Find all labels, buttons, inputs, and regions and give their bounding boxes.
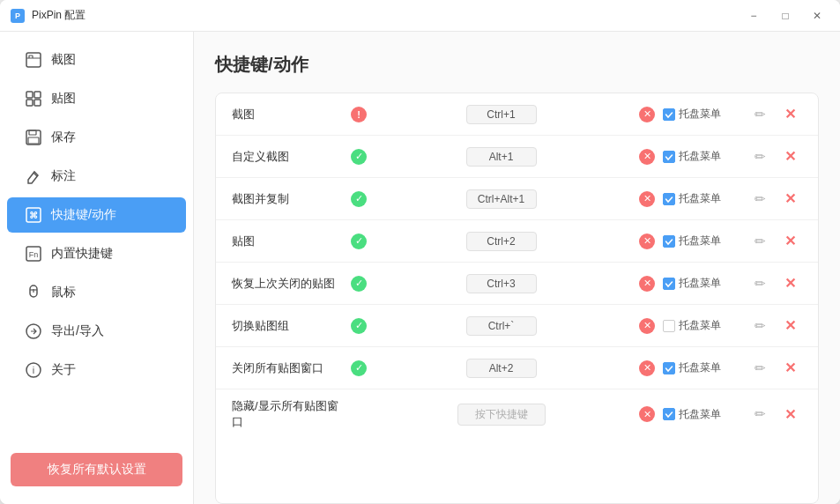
edit-button[interactable]: ✏ <box>747 360 772 376</box>
sidebar-item-about[interactable]: i 关于 <box>7 352 186 388</box>
sidebar-item-shortcuts[interactable]: ⌘ 快捷键/动作 <box>7 197 186 233</box>
maximize-button[interactable]: □ <box>773 7 798 25</box>
shortcut-status: ✓ <box>346 360 371 376</box>
sticker-icon <box>25 90 42 107</box>
sidebar-item-builtin[interactable]: Fn 内置快捷键 <box>7 236 186 271</box>
edit-button[interactable]: ✏ <box>747 276 772 292</box>
delete-icon[interactable]: ✕ <box>784 233 796 249</box>
delete-button[interactable]: ✕ <box>777 275 802 292</box>
shortcut-row: 隐藏/显示所有贴图窗口按下快捷键✕ 托盘菜单 ✏✕ <box>216 389 818 439</box>
sidebar-item-screenshot[interactable]: 截图 <box>7 42 186 78</box>
shortcuts-icon: ⌘ <box>25 206 42 224</box>
delete-button[interactable]: ✕ <box>777 106 802 122</box>
close-button[interactable]: ✕ <box>805 7 829 25</box>
pencil-icon[interactable]: ✏ <box>755 233 766 249</box>
shortcut-name: 贴图 <box>232 233 346 249</box>
pencil-icon[interactable]: ✏ <box>755 276 766 292</box>
delete-icon[interactable]: ✕ <box>784 148 796 165</box>
tray-checkbox[interactable] <box>663 362 675 374</box>
tray-checkbox[interactable] <box>663 320 675 332</box>
shortcut-row: 切换贴图组✓Ctrl+`✕ 托盘菜单 ✏✕ <box>216 305 818 347</box>
restore-defaults-button[interactable]: 恢复所有默认设置 <box>11 453 182 486</box>
shortcut-clear[interactable]: ✕ <box>635 191 659 207</box>
tray-checkbox[interactable] <box>663 235 675 248</box>
tray-checkbox[interactable] <box>663 408 675 420</box>
shortcut-clear[interactable]: ✕ <box>635 107 659 122</box>
pencil-icon[interactable]: ✏ <box>755 107 766 122</box>
delete-icon[interactable]: ✕ <box>784 406 796 423</box>
delete-icon[interactable]: ✕ <box>784 190 796 207</box>
clear-icon[interactable]: ✕ <box>639 107 655 122</box>
sidebar-item-export[interactable]: 导出/导入 <box>7 314 186 349</box>
shortcut-clear[interactable]: ✕ <box>635 360 659 376</box>
key-badge: Alt+2 <box>466 359 537 378</box>
delete-button[interactable]: ✕ <box>777 406 802 423</box>
delete-icon[interactable]: ✕ <box>784 317 796 334</box>
tray-checkbox[interactable] <box>663 278 675 290</box>
svg-rect-1 <box>29 56 33 58</box>
tray-label: 托盘菜单 <box>679 407 721 422</box>
clear-icon[interactable]: ✕ <box>639 406 655 422</box>
edit-button[interactable]: ✏ <box>747 233 772 249</box>
pencil-icon[interactable]: ✏ <box>755 318 766 334</box>
pencil-icon[interactable]: ✏ <box>755 406 766 422</box>
clear-icon[interactable]: ✕ <box>639 233 655 249</box>
sidebar-label-save: 保存 <box>51 130 76 145</box>
edit-button[interactable]: ✏ <box>747 107 772 122</box>
svg-rect-10 <box>28 137 39 144</box>
tray-checkbox[interactable] <box>663 193 675 205</box>
content-area: 截图 贴图 <box>0 32 840 504</box>
delete-button[interactable]: ✕ <box>777 317 802 334</box>
pencil-icon[interactable]: ✏ <box>755 360 766 376</box>
pencil-icon[interactable]: ✏ <box>755 149 766 165</box>
delete-button[interactable]: ✕ <box>777 359 802 376</box>
tray-column: 托盘菜单 <box>663 233 742 248</box>
shortcut-name: 自定义截图 <box>232 149 346 165</box>
shortcut-status: ✓ <box>346 276 371 292</box>
clear-icon[interactable]: ✕ <box>639 149 655 165</box>
delete-icon[interactable]: ✕ <box>784 359 796 376</box>
edit-button[interactable]: ✏ <box>747 318 772 334</box>
tray-column: 托盘菜单 <box>663 191 742 206</box>
delete-button[interactable]: ✕ <box>777 233 802 249</box>
shortcut-clear[interactable]: ✕ <box>635 149 659 165</box>
sidebar-item-save[interactable]: 保存 <box>7 120 186 155</box>
sidebar-item-annotate[interactable]: 标注 <box>7 159 186 194</box>
edit-button[interactable]: ✏ <box>747 406 772 422</box>
key-input-placeholder[interactable]: 按下快捷键 <box>457 404 546 426</box>
delete-icon[interactable]: ✕ <box>784 106 796 122</box>
shortcut-clear[interactable]: ✕ <box>635 276 659 292</box>
shortcut-row: 贴图✓Ctrl+2✕ 托盘菜单 ✏✕ <box>216 220 818 263</box>
delete-icon[interactable]: ✕ <box>784 275 796 292</box>
shortcut-key: Ctrl+` <box>371 316 631 336</box>
sidebar-item-mouse[interactable]: 鼠标 <box>7 275 186 310</box>
pencil-icon[interactable]: ✏ <box>755 191 766 207</box>
edit-button[interactable]: ✏ <box>747 149 772 165</box>
shortcut-key: Alt+2 <box>371 359 631 378</box>
sidebar-label-shortcuts: 快捷键/动作 <box>51 207 116 223</box>
sidebar-label-export: 导出/导入 <box>51 323 104 339</box>
clear-icon[interactable]: ✕ <box>639 360 655 376</box>
clear-icon[interactable]: ✕ <box>639 276 655 292</box>
shortcut-key: Ctrl+2 <box>371 232 631 251</box>
shortcut-clear[interactable]: ✕ <box>635 406 659 422</box>
tray-column: 托盘菜单 <box>663 407 742 422</box>
shortcut-clear[interactable]: ✕ <box>635 233 659 249</box>
clear-icon[interactable]: ✕ <box>639 191 655 207</box>
delete-button[interactable]: ✕ <box>777 148 802 165</box>
shortcut-clear[interactable]: ✕ <box>635 318 659 334</box>
svg-rect-0 <box>26 53 41 67</box>
minimize-button[interactable]: − <box>741 7 766 25</box>
clear-icon[interactable]: ✕ <box>639 318 655 334</box>
delete-button[interactable]: ✕ <box>777 190 802 207</box>
tray-column: 托盘菜单 <box>663 107 742 122</box>
tray-checkbox[interactable] <box>663 108 675 121</box>
tray-checkbox[interactable] <box>663 151 675 163</box>
export-icon <box>25 322 42 340</box>
app-logo: P <box>11 9 25 23</box>
edit-button[interactable]: ✏ <box>747 191 772 207</box>
shortcut-name: 截图 <box>232 107 346 122</box>
shortcut-row: 截图!Ctrl+1✕ 托盘菜单 ✏✕ <box>216 93 818 136</box>
tray-column: 托盘菜单 <box>663 360 742 375</box>
sidebar-item-sticker[interactable]: 贴图 <box>7 81 186 116</box>
